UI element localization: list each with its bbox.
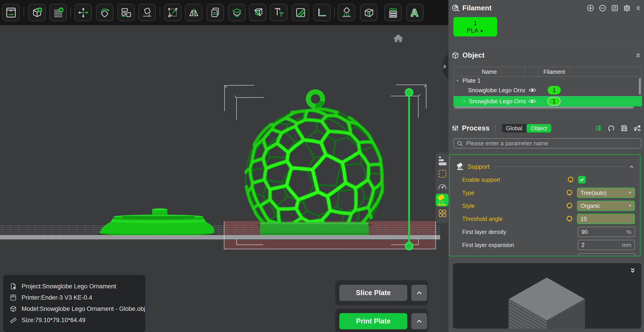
svg-text:A: A	[410, 7, 418, 18]
